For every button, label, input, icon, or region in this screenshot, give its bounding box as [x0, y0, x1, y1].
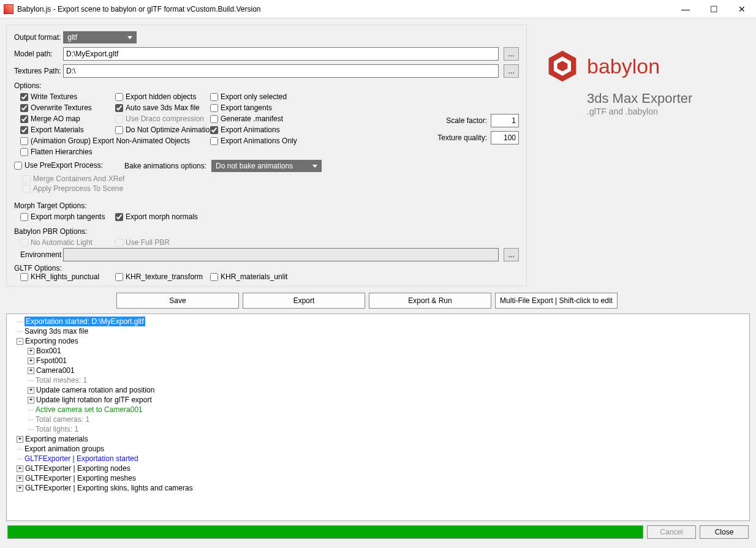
chk-khr-lights[interactable]: KHR_lights_punctual	[20, 272, 115, 281]
export-button[interactable]: Export	[243, 293, 365, 309]
log-text: GLTFExporter | Exporting skins, lights a…	[25, 483, 193, 493]
chk-khr-unlit[interactable]: KHR_materials_unlit	[210, 272, 308, 281]
options-header: Options:	[14, 81, 519, 90]
log-row[interactable]: +Box001	[10, 346, 746, 356]
chk-overwrite-textures[interactable]: Overwrite Textures	[20, 103, 115, 112]
log-row[interactable]: +Exporting materials	[10, 434, 746, 444]
environment-label: Environment	[20, 250, 63, 259]
log-row[interactable]: +GLTFExporter | Exporting meshes	[10, 473, 746, 483]
log-text: Camera001	[36, 366, 75, 375]
log-text: Fspot001	[36, 356, 67, 366]
textures-path-label: Textures Path:	[14, 67, 63, 75]
options-panel: Output format: gltf Model path: ... Text…	[6, 24, 527, 287]
chk-export-anims-only[interactable]: Export Animations Only	[210, 137, 308, 145]
window-title: Babylon.js - Export scene to babylon or …	[17, 5, 671, 13]
gltf-header: GLTF Options:	[14, 264, 519, 272]
chk-anim-group[interactable]: (Animation Group) Export Non-Animated Ob…	[20, 137, 210, 145]
log-panel[interactable]: ···Exportation started: D:\MyExport.gltf…	[6, 313, 750, 521]
textures-path-input[interactable]	[63, 64, 499, 78]
log-text: GLTFExporter | Exporting meshes	[25, 473, 136, 483]
expand-icon[interactable]: +	[17, 436, 23, 443]
chk-morph-tangents[interactable]: Export morph tangents	[20, 212, 115, 221]
log-row[interactable]: +Camera001	[10, 366, 746, 375]
close-button[interactable]: Close	[700, 525, 749, 539]
scale-factor-input[interactable]	[491, 114, 519, 127]
bake-anim-dropdown[interactable]: Do not bake animations	[211, 160, 322, 172]
log-text: Total cameras: 1	[36, 415, 89, 424]
texture-quality-input[interactable]	[491, 131, 519, 145]
log-row[interactable]: -Exporting nodes	[10, 336, 746, 346]
chk-khr-texture[interactable]: KHR_texture_transform	[115, 272, 210, 281]
model-path-browse-button[interactable]: ...	[504, 47, 519, 61]
log-row[interactable]: +GLTFExporter | Exporting nodes	[10, 464, 746, 473]
expand-icon[interactable]: +	[28, 387, 34, 394]
chk-nooptim[interactable]: Do Not Optimize Animations	[115, 126, 210, 134]
chk-export-hidden[interactable]: Export hidden objects	[115, 92, 210, 101]
chk-write-textures[interactable]: Write Textures	[20, 92, 115, 101]
export-run-button[interactable]: Export & Run	[369, 293, 491, 309]
log-row[interactable]: ···Export animation groups	[10, 444, 746, 454]
output-format-dropdown[interactable]: gltf	[63, 31, 137, 43]
log-text: Update light rotation for glTF export	[36, 395, 152, 405]
minimize-button[interactable]: —	[671, 0, 700, 18]
chk-export-materials[interactable]: Export Materials	[20, 126, 115, 134]
chk-use-full-pbr: Use Full PBR	[115, 238, 213, 247]
chk-autosave[interactable]: Auto save 3ds Max file	[115, 103, 210, 112]
log-text: Active camera set to Camera001	[36, 405, 143, 415]
chk-gen-manifest[interactable]: Generate .manifest	[210, 114, 308, 123]
chk-merge-ao[interactable]: Merge AO map	[20, 114, 115, 123]
log-text: Exporting nodes	[25, 336, 78, 346]
cancel-button: Cancel	[647, 525, 696, 539]
log-text: Box001	[36, 346, 61, 356]
scale-factor-label: Scale factor:	[432, 116, 487, 125]
environment-browse-button[interactable]: ...	[504, 248, 519, 261]
log-row[interactable]: +GLTFExporter | Exporting skins, lights …	[10, 483, 746, 493]
log-row[interactable]: ···Total meshes: 1	[10, 375, 746, 385]
texture-quality-label: Texture quality:	[432, 133, 487, 142]
app-icon	[4, 4, 13, 14]
multifile-export-button[interactable]: Multi-File Export | Shift-click to edit	[495, 293, 618, 309]
environment-input	[63, 248, 499, 261]
collapse-icon[interactable]: -	[17, 338, 23, 345]
chk-morph-normals[interactable]: Export morph normals	[115, 212, 213, 221]
maximize-button[interactable]: ☐	[700, 0, 728, 18]
chk-export-tangents[interactable]: Export tangents	[210, 103, 308, 112]
expand-icon[interactable]: +	[28, 397, 34, 403]
morph-header: Morph Target Options:	[14, 201, 519, 210]
log-row[interactable]: ···Saving 3ds max file	[10, 326, 746, 336]
babylon-logo-icon	[545, 49, 580, 83]
log-row[interactable]: +Update light rotation for glTF export	[10, 395, 746, 405]
chk-apply-preprocess: Apply Preprocess To Scene	[23, 184, 519, 193]
close-window-button[interactable]: ✕	[728, 0, 756, 18]
expand-icon[interactable]: +	[17, 485, 23, 492]
log-row[interactable]: +Fspot001	[10, 356, 746, 366]
save-button[interactable]: Save	[116, 293, 239, 309]
chk-export-anims[interactable]: Export Animations	[210, 126, 308, 134]
expand-icon[interactable]: +	[28, 358, 34, 364]
log-row[interactable]: ···Exportation started: D:\MyExport.gltf	[10, 317, 746, 326]
progress-bar	[7, 525, 643, 539]
log-text: Total meshes: 1	[36, 375, 87, 385]
log-row[interactable]: ···Active camera set to Camera001	[10, 405, 746, 415]
chk-no-auto-light: No Automatic Light	[20, 238, 115, 247]
log-text: Exportation started: D:\MyExport.gltf	[25, 317, 145, 326]
log-row[interactable]: ···Total lights: 1	[10, 424, 746, 434]
expand-icon[interactable]: +	[17, 465, 23, 472]
log-text: Update camera rotation and position	[36, 385, 154, 395]
expand-icon[interactable]: +	[17, 475, 23, 482]
log-row[interactable]: ···Total cameras: 1	[10, 415, 746, 424]
chk-draco: Use Draco compression	[115, 114, 210, 123]
log-row[interactable]: ···GLTFExporter | Exportation started	[10, 454, 746, 464]
chk-only-selected[interactable]: Export only selected	[210, 92, 308, 101]
chk-merge-containers: Merge Containers And XRef	[23, 175, 519, 183]
expand-icon[interactable]: +	[28, 367, 34, 374]
brand-panel: babylon 3ds Max Exporter .glTF and .baby…	[527, 24, 747, 287]
output-format-label: Output format:	[14, 33, 63, 42]
model-path-input[interactable]	[63, 47, 499, 61]
textures-path-browse-button[interactable]: ...	[504, 64, 519, 78]
chk-flatten[interactable]: Flatten Hierarchies	[20, 148, 115, 156]
model-path-label: Model path:	[14, 50, 63, 58]
log-text: Export animation groups	[25, 444, 104, 454]
expand-icon[interactable]: +	[28, 348, 34, 355]
log-row[interactable]: +Update camera rotation and position	[10, 385, 746, 395]
